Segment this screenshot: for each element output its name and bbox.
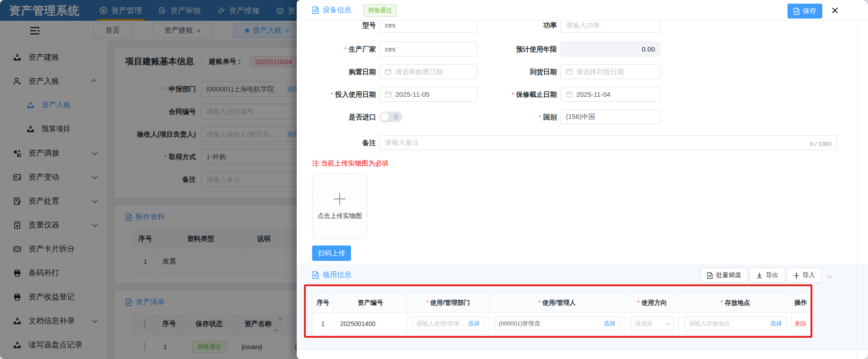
col-asset-no: 资产编号: [334, 293, 408, 313]
char-counter: 0 / 1000: [810, 141, 831, 147]
dept-choose-link[interactable]: 选择: [466, 320, 480, 328]
export-button[interactable]: 导出: [749, 268, 785, 283]
batch-doc-icon: [707, 272, 713, 279]
drawer-scroll-gutter: [857, 21, 858, 359]
device-form: 型号 功率 生产厂家 预计使用年限 购置日期 到货日期 投入使用日期: [297, 21, 868, 153]
claim-table: 序号 资产编号 使用/管理部门 使用/管理人 使用方向 存放地点 操作 1 20…: [312, 293, 810, 335]
user-choose-link[interactable]: 选择: [602, 320, 616, 328]
chevron-down-icon: [665, 321, 670, 326]
remark-label: 备注: [297, 135, 376, 150]
toggle-knob: [380, 113, 389, 121]
document-icon: [312, 6, 319, 14]
upload-label: 点击上传实物图: [318, 212, 362, 220]
download-icon: [756, 272, 763, 279]
save-button[interactable]: 保存: [787, 4, 822, 19]
row-asset-no: 2025001400: [334, 313, 408, 335]
maker-field[interactable]: [379, 42, 477, 57]
delete-link[interactable]: 删除: [795, 320, 807, 327]
col-user: 使用/管理人: [489, 293, 626, 313]
maker-label: 生产厂家: [297, 42, 376, 57]
use-date-label: 投入使用日期: [297, 87, 376, 102]
col-dept: 使用/管理部门: [408, 293, 489, 313]
document-icon: [312, 271, 319, 279]
close-icon[interactable]: [831, 6, 839, 14]
validation-badge: 校验通过: [363, 4, 397, 17]
toggle-off-text: 否: [393, 113, 398, 121]
batch-assign-button[interactable]: 批量赋值: [700, 268, 748, 283]
import-toggle[interactable]: 否: [379, 112, 403, 122]
model-field[interactable]: [379, 21, 477, 33]
power-field[interactable]: [560, 21, 660, 33]
claim-title: 领用信息: [323, 270, 351, 280]
col-direction: 使用方向: [626, 293, 679, 313]
import-button[interactable]: 导入: [787, 268, 822, 283]
dept-input[interactable]: 请输入使用/管理... 选择: [412, 316, 484, 331]
use-date-field[interactable]: [379, 87, 477, 102]
calendar-icon: [566, 68, 573, 75]
remark-textarea[interactable]: [379, 135, 837, 150]
location-choose-link[interactable]: 选择: [768, 320, 782, 328]
country-label: 国别: [478, 109, 557, 124]
arrive-date-field[interactable]: [560, 64, 660, 79]
buy-date-field[interactable]: [379, 64, 477, 79]
plus-icon: [793, 273, 799, 279]
col-location: 存放地点: [679, 293, 792, 313]
life-field: [560, 42, 660, 57]
drawer-title: 设备信息: [323, 5, 351, 15]
photo-upload-box[interactable]: 点击上传实物图: [312, 174, 367, 239]
calendar-icon: [385, 91, 392, 98]
model-label: 型号: [297, 21, 376, 33]
arrive-date-label: 到货日期: [478, 64, 557, 79]
upload-required-note: 注:当前上传实物图为必填: [312, 159, 389, 168]
save-doc-icon: [793, 8, 800, 15]
calendar-icon: [385, 68, 392, 75]
direction-select[interactable]: 请选择: [631, 316, 674, 331]
plus-icon: [334, 193, 346, 205]
power-label: 功率: [478, 21, 557, 33]
user-input[interactable]: (000001)管理员 选择: [494, 316, 620, 331]
life-label: 预计使用年限: [478, 42, 557, 57]
calendar-icon: [566, 91, 573, 98]
app-window: 资产管理系统 资产管理 资产审核 资产维修 资产共享共用 首页 资产建账 ×: [0, 0, 868, 359]
row-no: 1: [313, 313, 334, 335]
import-label: 是否进口: [297, 109, 376, 124]
scan-upload-button[interactable]: 扫码上传: [312, 246, 351, 261]
col-no: 序号: [313, 293, 334, 313]
device-info-drawer: 设备信息 校验通过 保存 型号 功率 生产厂家 预计使用年限 购置日期: [297, 0, 868, 359]
warranty-date-label: 保修截止日期: [478, 87, 557, 102]
chevron-down-icon[interactable]: [827, 273, 833, 279]
claim-row: 1 2025001400 请输入使用/管理... 选择 (000001)管理员 …: [313, 313, 810, 335]
country-field[interactable]: [560, 109, 660, 124]
remark-textarea-wrap: 0 / 1000: [379, 135, 837, 150]
col-action: 操作: [792, 293, 810, 313]
drawer-header: 设备信息 校验通过 保存: [297, 0, 868, 21]
location-input[interactable]: 请输入存放地点 选择: [684, 316, 787, 331]
warranty-date-field[interactable]: [560, 87, 660, 102]
buy-date-label: 购置日期: [297, 64, 376, 79]
